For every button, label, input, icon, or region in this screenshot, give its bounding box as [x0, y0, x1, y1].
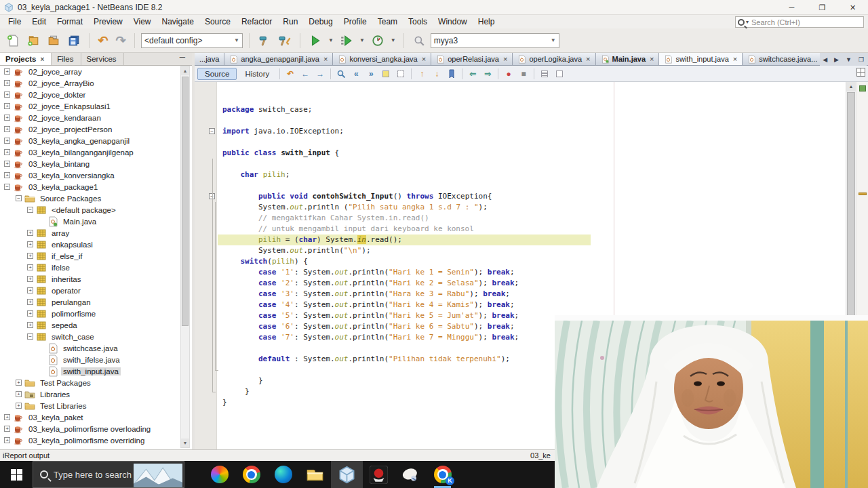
comment-icon[interactable] [538, 68, 551, 80]
menu-item-edit[interactable]: Edit [26, 16, 52, 28]
expand-icon[interactable]: + [4, 103, 10, 109]
taskbar-chrome-icon[interactable] [235, 461, 267, 488]
fold-collapse-icon[interactable]: − [209, 128, 215, 134]
code-line[interactable] [218, 94, 845, 104]
code-line[interactable]: char pilih; [218, 169, 845, 180]
collapse-icon[interactable]: − [4, 184, 10, 190]
code-line[interactable] [218, 115, 845, 126]
tree-item-default-package[interactable]: −<default package> [0, 204, 192, 216]
tree-item-03-keyla-package1[interactable]: −03_keyla_package1 [0, 181, 192, 192]
taskbar-file-explorer-icon[interactable] [299, 461, 331, 488]
uncomment-icon[interactable] [553, 68, 566, 80]
code-line[interactable] [218, 137, 845, 148]
editor-tab-konversi-angka-java[interactable]: konversi_angka.java× [333, 53, 431, 65]
collapse-icon[interactable]: − [27, 207, 33, 213]
tree-item-03-keyla-konversiangka[interactable]: +03_keyla_konversiangka [0, 169, 192, 181]
tree-item-main-java[interactable]: +Main.java [0, 216, 192, 227]
source-view-button[interactable]: Source [197, 68, 237, 80]
shift-line-left-icon[interactable]: ⇐ [466, 68, 479, 80]
code-line[interactable]: public void contohSwitch_Input() throws … [218, 191, 845, 202]
panel-tab-services[interactable]: Services [81, 53, 124, 65]
menu-item-preview[interactable]: Preview [88, 16, 128, 28]
menu-item-help[interactable]: Help [473, 16, 500, 28]
tree-item-source-packages[interactable]: −Source Packages [0, 192, 192, 204]
expand-icon[interactable]: + [4, 161, 10, 167]
forward-icon[interactable]: → [313, 68, 327, 80]
quick-search-input[interactable]: ▾ Search (Ctrl+I) [735, 16, 864, 28]
tree-item-03-keyla-polimorfisme-overriding[interactable]: +03_keyla_polimorfisme overriding [0, 434, 192, 446]
clean-and-build-button[interactable] [276, 32, 294, 49]
code-line[interactable]: // untuk mengambil input dari keyboard k… [218, 224, 845, 235]
code-line[interactable]: package switch_case; [218, 104, 845, 115]
code-line[interactable]: switch(pilih) { [218, 256, 845, 267]
menu-item-navigate[interactable]: Navigate [157, 16, 199, 28]
close-icon[interactable]: × [503, 55, 507, 63]
editor-tab-operrelasi-java[interactable]: operRelasi.java× [431, 53, 513, 65]
tree-item-polimorfisme[interactable]: +polimorfisme [0, 308, 192, 319]
close-icon[interactable]: × [586, 55, 590, 63]
editor-tab-java[interactable]: ...java [195, 53, 224, 65]
tree-item-switchcase-java[interactable]: +switchcase.java [0, 342, 192, 354]
tree-item-libraries[interactable]: +Libraries [0, 388, 192, 400]
close-icon[interactable]: × [422, 55, 426, 63]
expand-icon[interactable]: + [4, 414, 10, 420]
maximize-button[interactable]: ❐ [807, 0, 837, 15]
tree-item-03-keyla-polimorfisme-overloading[interactable]: +03_keyla_polimorfisme overloading [0, 423, 192, 434]
config-select[interactable]: <default config>▼ [141, 33, 243, 48]
maximize-window-button[interactable]: ❐ [856, 56, 867, 64]
profile-project-button[interactable] [369, 32, 387, 49]
taskbar-camera-app-icon[interactable] [395, 461, 427, 488]
editor-tab-switchcase-java[interactable]: switchcase.java... [743, 53, 823, 65]
last-edit-icon[interactable]: ↶ [283, 68, 297, 80]
tree-item-02-joyce-enkapsulasi1[interactable]: +02_joyce_Enkapsulasi1 [0, 100, 192, 112]
tree-item-swith-ifelse-java[interactable]: +swith_ifelse.java [0, 354, 192, 365]
panel-tab-projects[interactable]: Projects× [0, 53, 52, 65]
tree-item-switch-case[interactable]: −switch_case [0, 331, 192, 342]
expand-icon[interactable]: + [27, 310, 33, 317]
find-next-icon[interactable]: » [364, 68, 378, 80]
taskbar-screen-recorder-icon[interactable] [363, 461, 395, 488]
tree-item-enkapsulasi[interactable]: +enkapsulasi [0, 239, 192, 250]
tree-item-sepeda[interactable]: +sepeda [0, 319, 192, 331]
next-bookmark-icon[interactable]: ↓ [430, 68, 443, 80]
tree-item-03-keyla-bilanganganjilgenap[interactable]: +03_keyla_bilanganganjilgenap [0, 146, 192, 158]
new-project-button[interactable] [24, 32, 42, 49]
expand-icon[interactable]: + [4, 437, 10, 443]
minimize-button[interactable]: ─ [776, 0, 807, 15]
build-project-button[interactable] [256, 32, 273, 49]
close-icon[interactable]: × [650, 55, 654, 63]
expand-icon[interactable]: + [27, 253, 33, 259]
search-projects-button[interactable] [410, 32, 428, 49]
expand-icon[interactable]: + [27, 230, 33, 236]
expand-icon[interactable]: + [4, 126, 10, 132]
expand-icon[interactable]: + [27, 276, 33, 282]
close-button[interactable]: ✕ [837, 0, 868, 15]
menu-item-view[interactable]: View [128, 16, 157, 28]
expand-icon[interactable]: + [27, 322, 33, 328]
close-icon[interactable]: × [733, 55, 737, 63]
code-line[interactable]: System.out.println ("Pilih satu angka 1 … [218, 202, 845, 213]
taskbar-search-input[interactable]: Type here to search [33, 461, 184, 488]
chevron-down-icon[interactable]: ▼ [328, 37, 334, 43]
close-icon[interactable]: × [40, 56, 44, 63]
split-document-icon[interactable] [856, 68, 865, 77]
previous-bookmark-icon[interactable]: ↑ [415, 68, 429, 80]
expand-icon[interactable]: + [27, 264, 33, 270]
editor-tab-swith-input-java[interactable]: swith_input.java× [659, 53, 743, 65]
tree-item-array[interactable]: +array [0, 227, 192, 239]
scroll-tabs-right-button[interactable]: ▶ [831, 56, 842, 64]
tree-item-inheritas[interactable]: +inheritas [0, 273, 192, 285]
code-line[interactable]: public class swith_input { [218, 148, 845, 159]
menu-item-file[interactable]: File [3, 16, 26, 28]
menu-item-run[interactable]: Run [277, 16, 303, 28]
code-line[interactable] [218, 180, 845, 191]
expand-icon[interactable]: + [4, 80, 10, 86]
tab-list-button[interactable]: ▼ [843, 56, 854, 64]
expand-icon[interactable]: + [16, 380, 22, 386]
tree-item-03-keyla-angka-genapganjil[interactable]: +03_keyla_angka_genapganjil [0, 135, 192, 146]
shift-line-right-icon[interactable]: ⇒ [481, 68, 494, 80]
toggle-rectangular-selection-icon[interactable] [394, 68, 408, 80]
code-line[interactable]: import java.io.IOException; [218, 126, 845, 137]
tree-item-ifelse[interactable]: +ifelse [0, 262, 192, 273]
open-project-button[interactable] [45, 32, 62, 49]
